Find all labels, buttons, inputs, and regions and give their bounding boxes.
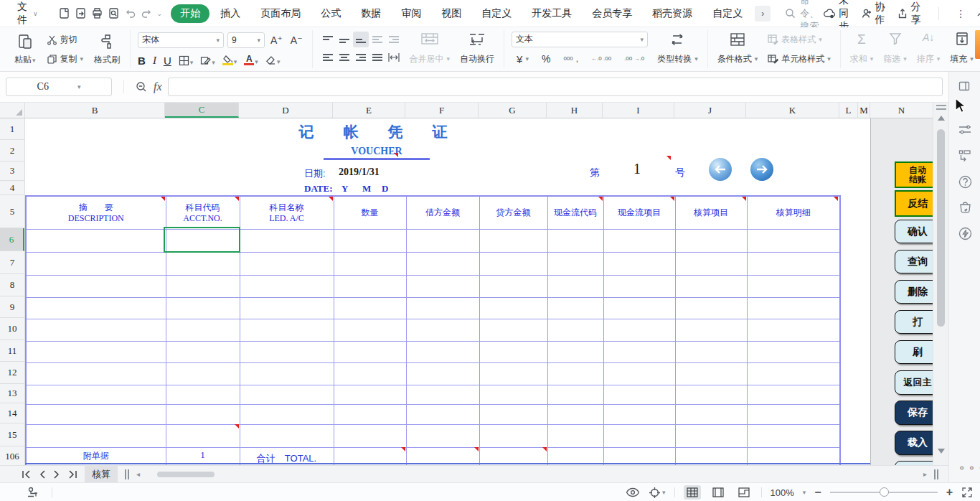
tab-insert[interactable]: 插入 (211, 4, 250, 23)
cell[interactable] (240, 341, 334, 362)
table-style-button[interactable]: 表格样式▾ (765, 32, 833, 48)
previous-sheet-icon[interactable] (39, 470, 46, 479)
col-header-E[interactable]: E (333, 103, 405, 118)
cell[interactable] (334, 319, 406, 341)
adjust-settings-icon[interactable] (958, 123, 971, 136)
tab-member[interactable]: 会员专享 (583, 4, 641, 23)
cell[interactable] (240, 229, 334, 252)
cell[interactable] (240, 362, 334, 385)
select-all-corner[interactable] (0, 103, 25, 118)
delete-button[interactable]: 删除 (895, 280, 933, 304)
header-ledger-ac[interactable]: 科目名称LED. A/C (240, 196, 334, 229)
selected-cell-C6[interactable] (164, 227, 240, 253)
row-header-12[interactable]: 12 (0, 362, 24, 384)
cell[interactable] (747, 404, 840, 424)
cell[interactable] (479, 275, 547, 297)
cell[interactable] (603, 385, 675, 404)
tab-view[interactable]: 视图 (432, 4, 471, 23)
panel-toggle-icon[interactable] (958, 80, 970, 92)
cell[interactable] (547, 404, 603, 424)
print-preview-icon[interactable] (108, 4, 120, 23)
tab-home[interactable]: 开始 (171, 4, 209, 23)
cell[interactable] (26, 385, 166, 404)
cell[interactable] (240, 275, 334, 297)
sheet-canvas[interactable]: 记 帐 凭 证 VOUCHER 日期: 2019/1/31 DATE: Y M … (25, 118, 933, 465)
cell[interactable] (406, 341, 479, 362)
row-header-14[interactable]: 14 (0, 403, 24, 423)
undo-icon[interactable] (124, 4, 136, 23)
date-value[interactable]: 2019/1/31 (339, 167, 380, 178)
cell[interactable] (406, 275, 479, 297)
collapse-ribbon-icon[interactable] (977, 10, 980, 17)
cell[interactable] (240, 297, 334, 319)
cell[interactable] (479, 297, 547, 319)
auto-close-button[interactable]: 自动结账 (895, 161, 933, 188)
cell[interactable] (547, 229, 603, 252)
cell[interactable] (240, 424, 334, 447)
scroll-up-icon[interactable] (938, 116, 945, 121)
formula-input[interactable] (168, 78, 943, 96)
font-size-select[interactable]: 9▾ (227, 32, 265, 48)
decrease-indent-button[interactable] (369, 32, 385, 47)
file-menu-caret-icon[interactable]: ∨ (33, 10, 38, 17)
bold-button[interactable]: B (138, 55, 146, 67)
cell[interactable] (166, 424, 240, 447)
cell[interactable] (406, 404, 479, 424)
voucher-no-value[interactable]: 1 (633, 161, 641, 177)
normal-view-button[interactable] (684, 485, 701, 500)
col-header-L[interactable]: L (839, 103, 858, 118)
cell[interactable] (603, 252, 675, 275)
tab-custom-1[interactable]: 自定义 (472, 4, 521, 23)
voucher-no-prefix[interactable]: 第 (590, 167, 600, 179)
cell[interactable] (747, 319, 840, 341)
cell[interactable] (603, 229, 675, 252)
zoom-out-button[interactable]: − (814, 486, 821, 499)
row-header-2[interactable]: 2 (0, 140, 24, 161)
header-cashflow-item[interactable]: 现金流项目 (603, 196, 675, 229)
query-button[interactable]: 查询 (895, 250, 933, 273)
date-label-en[interactable]: DATE: (304, 183, 332, 195)
confirm-button[interactable]: 确认 (895, 220, 933, 243)
zoom-slider-knob[interactable] (880, 487, 889, 497)
cell[interactable] (334, 362, 406, 385)
export-file-icon[interactable] (75, 4, 87, 23)
fill-button[interactable]: 填充▾ (948, 51, 976, 67)
sort-button[interactable]: 排序▾ (915, 51, 943, 67)
cell[interactable] (166, 297, 240, 319)
cell[interactable] (603, 341, 675, 362)
cell[interactable] (406, 297, 479, 319)
header-description[interactable]: 摘 要DESCRIPTION (26, 196, 166, 229)
cell-style-button[interactable]: 单元格样式▾ (765, 51, 833, 67)
decrease-decimal-button[interactable]: .00 →.0 (622, 51, 646, 67)
cell[interactable] (334, 229, 406, 252)
zoom-slider[interactable] (830, 492, 938, 493)
quickbar-more-icon[interactable]: ⌄ (157, 10, 163, 17)
cell[interactable] (166, 362, 240, 385)
cell[interactable] (747, 424, 840, 447)
header-quantity[interactable]: 数量 (334, 196, 406, 229)
cell[interactable] (240, 252, 334, 275)
distribute-button[interactable] (386, 50, 402, 65)
tab-custom-2[interactable]: 自定义 (703, 4, 752, 23)
cell[interactable] (479, 362, 547, 385)
cell[interactable] (675, 404, 747, 424)
fullscreen-icon[interactable] (961, 487, 973, 498)
vertical-scrollbar[interactable] (933, 103, 948, 465)
cell[interactable] (334, 297, 406, 319)
cell[interactable] (26, 297, 166, 319)
col-header-F[interactable]: F (405, 103, 479, 118)
align-left-button[interactable] (320, 50, 336, 65)
split-handle[interactable] (936, 105, 946, 110)
workflow-icon[interactable] (958, 149, 971, 162)
col-header-B[interactable]: B (25, 103, 165, 118)
font-name-select[interactable]: 宋体▾ (138, 32, 224, 48)
cell[interactable] (26, 252, 166, 275)
sum-button[interactable]: 求和▾ (848, 51, 876, 67)
row-header-9[interactable]: 9 (0, 296, 24, 318)
tab-scroll-left-icon[interactable]: ◂ (136, 470, 140, 478)
header-cashflow-code[interactable]: 现金流代码 (547, 196, 603, 229)
cell[interactable] (406, 229, 479, 252)
number-format-select[interactable]: 文本▾ (512, 32, 648, 47)
wrap-text-button[interactable]: 自动换行 (458, 51, 496, 67)
borders-button[interactable]: ▾ (179, 55, 194, 66)
